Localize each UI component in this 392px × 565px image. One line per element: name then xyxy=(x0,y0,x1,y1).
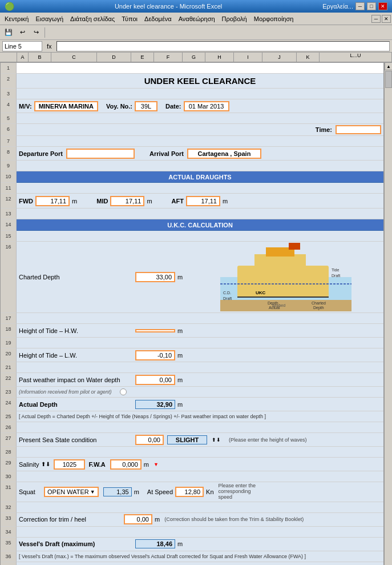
ship-svg: Tide Draft C.D. Draft Charted Depth Actu… xyxy=(220,243,351,311)
mv-label: M/V: xyxy=(19,103,32,110)
menu-item-data[interactable]: Δεδομένα xyxy=(141,14,175,23)
time-value[interactable] xyxy=(336,125,381,134)
menu-item-view[interactable]: Προβολή xyxy=(219,14,250,23)
row-35: 35 Vessel's Draft (maximum) 18,46 m xyxy=(1,538,383,551)
vertical-scrollbar[interactable]: ▲ ▼ xyxy=(384,62,392,565)
col-header-h[interactable]: H xyxy=(205,53,234,62)
row-num-34: 34 xyxy=(1,527,17,538)
aft-value[interactable]: 17,11 xyxy=(186,196,220,206)
sea-state-value[interactable]: 0,00 xyxy=(135,435,164,445)
row-10: 10 ACTUAL DRAUGHTS xyxy=(1,171,383,183)
maximize-button[interactable]: □ xyxy=(367,2,376,10)
col-header-a[interactable]: A xyxy=(17,53,29,62)
col-header-i[interactable]: I xyxy=(234,53,262,62)
date-value[interactable]: 01 Mar 2013 xyxy=(184,101,229,111)
scroll-thumb[interactable] xyxy=(385,71,392,88)
departure-value[interactable] xyxy=(66,149,135,159)
row-31: 31 Squat OPEN WATER ▼ 1,35 m At Speed 12… xyxy=(1,482,383,502)
speed-unit: Kn xyxy=(206,488,213,495)
actual-depth-value[interactable]: 32,90 xyxy=(135,400,175,409)
departure-label: Departure Port xyxy=(19,150,63,157)
menu-item-insert[interactable]: Εισαγωγή xyxy=(32,14,67,23)
close-button[interactable]: ✕ xyxy=(378,2,387,10)
row-num-32: 32 xyxy=(1,502,17,513)
salinity-fwa-label: F.W.A xyxy=(88,461,105,468)
ribbon-close-button[interactable]: ✕ xyxy=(382,15,391,23)
col-header-e[interactable]: E xyxy=(131,53,154,62)
row-num-16: 16 xyxy=(1,242,17,313)
charted-depth-value[interactable]: 33,00 xyxy=(135,272,175,282)
salinity-fwa-unit: m xyxy=(144,461,149,468)
scroll-up-button[interactable]: ▲ xyxy=(385,62,392,70)
row-num-30: 30 xyxy=(1,471,17,482)
col-header-d[interactable]: D xyxy=(97,53,131,62)
col-header-b[interactable]: B xyxy=(29,53,51,62)
save-button[interactable]: 💾 xyxy=(2,26,15,39)
row-num-8: 8 xyxy=(1,147,17,161)
hot-hw-row: Height of Tide – H.W. m xyxy=(17,324,383,338)
voy-value[interactable]: 39L xyxy=(135,101,157,111)
past-weather-value[interactable]: 0,00 xyxy=(135,375,175,385)
row-28: 28 xyxy=(1,447,383,458)
row-num-31: 31 xyxy=(1,482,17,502)
row-14: 14 U.K.C. CALCULATION xyxy=(1,219,383,231)
row-12: 12 FWD 17,11 m MID 17,11 m AFT 17,11 m xyxy=(1,194,383,209)
row-30: 30 xyxy=(1,471,383,482)
col-header-j[interactable]: J xyxy=(262,53,297,62)
svg-text:Depth: Depth xyxy=(313,306,324,310)
svg-text:Tide: Tide xyxy=(332,268,339,272)
col-header-g[interactable]: G xyxy=(183,53,205,62)
menu-item-format[interactable]: Μορφοποίηση xyxy=(250,14,297,23)
hot-value[interactable] xyxy=(135,329,175,332)
menu-item-review[interactable]: Αναθεώρηση xyxy=(175,14,219,23)
menu-item-home[interactable]: Κεντρική xyxy=(1,14,32,23)
name-box[interactable] xyxy=(2,41,42,51)
squat-value[interactable]: 1,35 xyxy=(103,487,132,496)
speed-value[interactable]: 12,80 xyxy=(175,487,204,497)
hot-unit: m xyxy=(177,327,183,334)
salinity-value[interactable]: 1025 xyxy=(54,459,85,470)
row-num-20: 20 xyxy=(1,348,17,362)
vessel-draft-value[interactable]: 18,46 xyxy=(135,539,175,548)
arrival-value[interactable]: Cartagena , Spain xyxy=(187,149,261,159)
col-header-f[interactable]: F xyxy=(154,53,183,62)
row-4: 4 M/V: MINERVA MARINA Voy. No.: 39L Date… xyxy=(1,99,383,113)
formula-input[interactable] xyxy=(56,41,390,51)
svg-text:Charted: Charted xyxy=(312,301,326,305)
row-3: 3 xyxy=(1,89,383,99)
row-24: 24 Actual Depth 32,90 m xyxy=(1,398,383,411)
mv-value[interactable]: MINERVA MARINA xyxy=(34,101,98,111)
sea-state-condition[interactable]: SLIGHT xyxy=(167,435,207,444)
minimize-button[interactable]: ─ xyxy=(355,2,365,10)
row-num-9: 9 xyxy=(1,161,17,171)
lot-value[interactable]: -0,10 xyxy=(135,350,175,360)
col-header-c[interactable]: C xyxy=(51,53,97,62)
ship-diagram: Tide Draft C.D. Draft Charted Depth Actu… xyxy=(191,243,381,311)
actual-depth-label: Actual Depth xyxy=(19,401,133,408)
row-num-28: 28 xyxy=(1,447,17,458)
ribbon-minimize-button[interactable]: ─ xyxy=(371,15,381,23)
main-title: UNDER KEEL CLEARANCE xyxy=(144,76,256,86)
svg-text:UKC: UKC xyxy=(256,290,266,295)
undo-button[interactable]: ↩ xyxy=(16,26,29,39)
col-header-k[interactable]: K xyxy=(297,53,320,62)
salinity-fwa-value[interactable]: 0,000 xyxy=(110,459,142,470)
row-19: 19 xyxy=(1,338,383,348)
correction-value[interactable]: 0,00 xyxy=(124,514,152,524)
fwd-value[interactable]: 17,11 xyxy=(35,196,70,206)
row-num-36: 36 xyxy=(1,551,17,562)
row-num-24: 24 xyxy=(1,398,17,411)
menu-item-types[interactable]: Τύποι xyxy=(118,14,141,23)
past-weather-note-row: (Information received from pilot or agen… xyxy=(17,387,383,398)
squat-row: Squat OPEN WATER ▼ 1,35 m At Speed 12,80… xyxy=(17,482,383,502)
mid-value[interactable]: 17,11 xyxy=(110,196,144,206)
redo-button[interactable]: ↪ xyxy=(30,26,42,39)
row-num-2: 2 xyxy=(1,74,17,89)
row-6: 6 Time: xyxy=(1,124,383,136)
menu-item-layout[interactable]: Διάταξη σελίδας xyxy=(67,14,118,23)
row-13: 13 xyxy=(1,209,383,219)
squat-type[interactable]: OPEN WATER ▼ xyxy=(44,487,99,497)
row-16: 16 Charted Depth 33,00 m xyxy=(1,242,383,313)
ukc-calc-header: U.K.C. CALCULATION xyxy=(17,219,383,231)
row-num-37: 37 xyxy=(1,562,17,565)
